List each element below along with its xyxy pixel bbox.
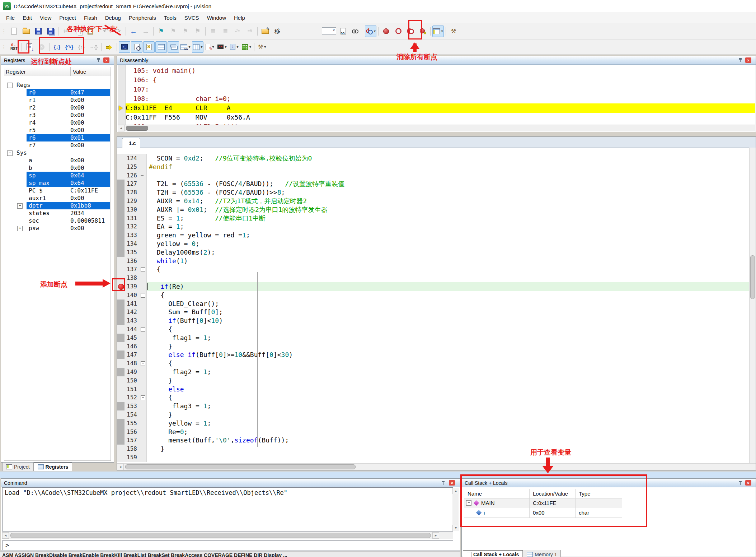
fold-collapse-icon[interactable]: − — [141, 267, 145, 272]
disassembly-hscrollbar[interactable]: ◄ — [118, 125, 755, 131]
command-hscrollbar[interactable]: ◄ ► — [2, 532, 453, 539]
close-icon[interactable] — [103, 57, 109, 63]
close-icon[interactable] — [449, 480, 455, 486]
pin-icon[interactable] — [441, 481, 446, 485]
fold-margin[interactable] — [139, 316, 147, 325]
register-row-sec[interactable]: sec0.00005811 — [4, 217, 111, 224]
code-text[interactable]: yellow = 0; — [147, 240, 750, 248]
registers-window-button[interactable] — [155, 41, 167, 53]
breakpoint-margin[interactable] — [117, 342, 125, 351]
code-text[interactable]: } — [147, 445, 750, 453]
editor-hscrollbar[interactable]: ◄ — [117, 463, 756, 470]
fold-margin[interactable] — [139, 222, 147, 231]
fold-margin[interactable] — [139, 197, 147, 205]
fold-margin[interactable] — [139, 188, 147, 197]
fold-margin[interactable] — [139, 453, 147, 462]
fold-margin[interactable] — [139, 368, 147, 376]
register-row-sp_max[interactable]: sp_max0x64 — [4, 179, 111, 187]
scroll-left-icon[interactable]: ◄ — [118, 125, 125, 131]
code-text[interactable]: { — [147, 265, 750, 274]
breakpoint-margin[interactable] — [117, 308, 125, 316]
breakpoint-margin[interactable] — [117, 351, 125, 359]
fold-margin[interactable] — [139, 163, 147, 171]
fold-collapse-icon[interactable]: − — [141, 395, 145, 400]
menu-help[interactable]: Help — [230, 13, 249, 22]
disassembly-window-button[interactable] — [131, 41, 142, 53]
breakpoint-margin[interactable] — [117, 300, 125, 308]
code-text[interactable]: else if(Buff[0]>=10&&Buff[0]<30) — [147, 351, 750, 359]
code-text[interactable]: T2H = (65536 - (FOSC/4/BAUD))>>8; — [147, 188, 750, 197]
indent-right-button[interactable] — [207, 25, 219, 37]
new-file-button[interactable] — [8, 25, 20, 37]
fold-margin[interactable] — [139, 300, 147, 308]
code-line-139[interactable]: 139 if(Re) — [117, 282, 750, 291]
code-line-128[interactable]: 128 T2H = (65536 - (FOSC/4/BAUD))>>8; — [117, 188, 750, 197]
trace-window-button[interactable]: ▾ — [229, 41, 240, 53]
register-row-auxr1[interactable]: auxr10x00 — [4, 194, 111, 202]
code-line-155[interactable]: 155 yellow = 1; — [117, 419, 750, 428]
scroll-down-icon[interactable]: ▼ — [452, 525, 459, 531]
pin-icon[interactable] — [738, 58, 743, 62]
fold-margin[interactable] — [139, 171, 147, 180]
fold-margin[interactable] — [139, 205, 147, 214]
edit-configuration-button[interactable] — [259, 25, 271, 37]
code-text[interactable]: ES = 1; //使能串口1中断 — [147, 214, 750, 223]
breakpoint-margin[interactable] — [117, 368, 125, 376]
code-text[interactable]: #endif — [147, 163, 750, 171]
scroll-right-icon[interactable]: ► — [432, 532, 439, 539]
tab-memory-1[interactable]: Memory 1 — [523, 550, 561, 557]
code-line-137[interactable]: 137− { — [117, 265, 750, 274]
menu-peripherals[interactable]: Peripherals — [125, 13, 160, 22]
menu-window[interactable]: Window — [203, 13, 230, 22]
breakpoint-margin[interactable] — [117, 316, 125, 325]
code-text[interactable]: AUXR = 0x14; //T2为1T模式，并启动定时器2 — [147, 197, 750, 205]
code-text[interactable]: flag2 = 1; — [147, 368, 750, 376]
editor-tab-1c[interactable]: 1.c — [122, 138, 140, 148]
register-row-dptr[interactable]: +dptr0x1bb8 — [4, 202, 111, 209]
code-line-130[interactable]: 130 AUXR |= 0x01; //选择定时器2为串口1的波特率发生器 — [117, 205, 750, 214]
expand-icon[interactable]: + — [17, 226, 23, 231]
toolbox-button[interactable]: ▾ — [256, 41, 268, 53]
window-layout-button[interactable]: ▾ — [432, 25, 444, 37]
fold-margin[interactable] — [139, 445, 147, 453]
code-text[interactable]: OLED_Clear(); — [147, 300, 750, 308]
code-text[interactable]: flag1 = 1; — [147, 334, 750, 342]
scroll-left-icon[interactable]: ◄ — [117, 464, 124, 470]
fold-margin[interactable]: − — [139, 359, 147, 368]
code-text[interactable]: flag3 = 1; — [147, 402, 750, 410]
breakpoint-margin[interactable] — [117, 428, 125, 436]
breakpoint-margin[interactable] — [117, 154, 125, 163]
fold-margin[interactable] — [139, 214, 147, 223]
code-text[interactable] — [147, 171, 750, 180]
breakpoint-margin[interactable] — [117, 214, 125, 223]
menu-debug[interactable]: Debug — [101, 13, 125, 22]
code-text[interactable]: Re=0; — [147, 428, 750, 436]
breakpoint-margin[interactable] — [117, 248, 125, 257]
scrollbar-thumb[interactable] — [125, 464, 356, 469]
code-line-147[interactable]: 147 else if(Buff[0]>=10&&Buff[0]<30) — [117, 351, 750, 359]
menu-file[interactable]: File — [2, 13, 19, 22]
command-output[interactable]: Load "D:\\ACode\\STM32CubeMX_project\\re… — [2, 487, 453, 532]
code-line-146[interactable]: 146 } — [117, 342, 750, 351]
start-stop-debug-button[interactable]: ▾ — [365, 25, 376, 37]
fold-margin[interactable]: − — [139, 393, 147, 402]
menu-project[interactable]: Project — [55, 13, 80, 22]
breakpoint-margin[interactable] — [117, 334, 125, 342]
code-line-134[interactable]: 134 yellow = 0; — [117, 240, 750, 248]
register-row-r1[interactable]: r10x00 — [4, 96, 111, 104]
menu-view[interactable]: View — [36, 13, 55, 22]
fold-margin[interactable] — [139, 385, 147, 394]
code-line-142[interactable]: 142 Sum = Buff[0]; — [117, 308, 750, 316]
indent-left-button[interactable] — [220, 25, 231, 37]
register-row-PC-$[interactable]: PC $C:0x11FE — [4, 187, 111, 194]
code-line-144[interactable]: 144− { — [117, 325, 750, 334]
fold-margin[interactable] — [139, 282, 147, 291]
code-text[interactable] — [147, 453, 750, 462]
register-row-r3[interactable]: r30x00 — [4, 111, 111, 119]
fold-margin[interactable] — [139, 376, 147, 385]
breakpoint-margin[interactable] — [117, 445, 125, 453]
system-viewer-button[interactable]: ▾ — [241, 41, 252, 53]
menu-svcs[interactable]: SVCS — [180, 13, 203, 22]
code-line-154[interactable]: 154 } — [117, 410, 750, 419]
move-tool-button[interactable]: 移 — [272, 25, 283, 37]
